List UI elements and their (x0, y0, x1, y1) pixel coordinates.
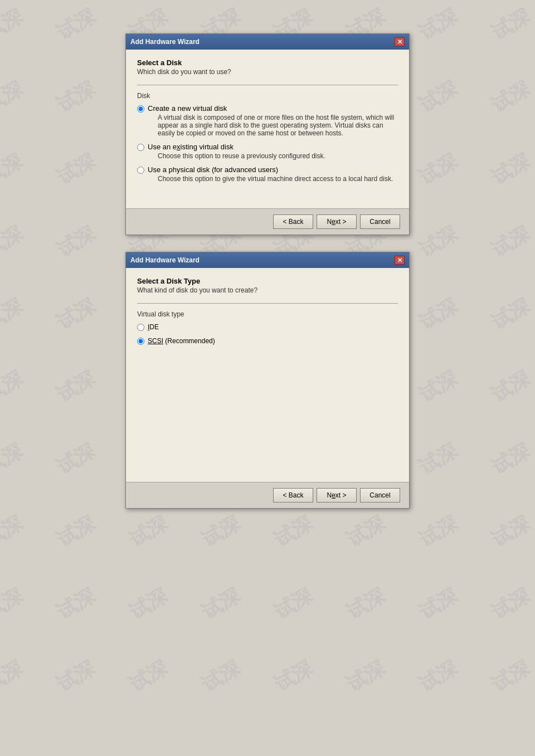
dialog1-body: Select a Disk Which disk do you want to … (126, 50, 409, 197)
watermark-text: 试深 (52, 655, 100, 698)
watermark-text: 试深 (197, 655, 245, 698)
watermark-text: 试深 (487, 582, 535, 626)
watermark-text: 试深 (342, 582, 390, 626)
ide-label-text: IDE (148, 323, 159, 331)
option-existing-title: Use an existing virtual disk (148, 143, 234, 151)
watermark-text: 试深 (52, 510, 100, 553)
dialog2-title: Add Hardware Wizard (130, 256, 200, 264)
option-new-virtual-title: Create a new virtual disk (148, 104, 227, 113)
watermark-text: 试深 (414, 582, 463, 626)
dialog1-section-subtitle: Which disk do you want to use? (137, 68, 398, 76)
watermark-text: 试深 (342, 510, 390, 553)
watermark-text: 试深 (269, 582, 318, 626)
radio-physical-disk-content: Use a physical disk (for advanced users)… (148, 165, 393, 183)
select-disk-type-dialog: Add Hardware Wizard ✕ Select a Disk Type… (125, 252, 410, 509)
radio-scsi-label[interactable]: SCSI (Recommended) (148, 336, 215, 345)
dialog1-title: Add Hardware Wizard (130, 38, 200, 46)
watermark-text: 试深 (0, 582, 27, 626)
dialog2-body: Select a Disk Type What kind of disk do … (126, 268, 409, 471)
radio-new-virtual[interactable] (137, 105, 144, 113)
dialog2-button-bar: < Back Next > Cancel (126, 482, 409, 508)
dialog1-back-button[interactable]: < Back (273, 214, 313, 229)
radio-existing-virtual-label[interactable]: Use an existing virtual disk (148, 143, 234, 151)
dialog2-spacer (137, 350, 398, 462)
dialog1-section-title: Select a Disk (137, 58, 398, 67)
radio-option-existing-virtual: Use an existing virtual disk Choose this… (137, 143, 398, 160)
dialog1-group-label: Disk (137, 92, 398, 100)
watermark-text: 试深 (0, 655, 27, 698)
watermark-text: 试深 (0, 510, 27, 553)
watermark-text: 试深 (269, 655, 318, 698)
dialog2-back-button[interactable]: < Back (273, 488, 313, 503)
option-existing-description: Choose this option to reuse a previously… (158, 152, 325, 160)
radio-existing-virtual[interactable] (137, 144, 144, 151)
dialog2-close-button[interactable]: ✕ (395, 256, 405, 265)
option-physical-description: Choose this option to give the virtual m… (158, 175, 393, 183)
dialog1-close-button[interactable]: ✕ (395, 37, 405, 46)
watermark-text: 试深 (124, 582, 173, 626)
select-disk-dialog: Add Hardware Wizard ✕ Select a Disk Whic… (125, 33, 410, 235)
radio-option-ide: IDE (137, 323, 398, 331)
radio-existing-virtual-content: Use an existing virtual disk Choose this… (148, 143, 325, 160)
scsi-label-text: SCSI (Recommended) (148, 337, 215, 345)
dialog1-cancel-button[interactable]: Cancel (360, 214, 400, 229)
option-physical-title: Use a physical disk (for advanced users) (148, 165, 278, 174)
radio-physical-disk-label[interactable]: Use a physical disk (for advanced users) (148, 165, 278, 174)
watermark-text: 试深 (414, 510, 463, 553)
watermark-text: 试深 (197, 510, 245, 553)
watermark-text: 试深 (487, 510, 535, 553)
radio-new-virtual-content: Create a new virtual disk A virtual disk… (148, 104, 398, 137)
watermark-text: 试深 (269, 510, 318, 553)
dialog1-titlebar: Add Hardware Wizard ✕ (126, 34, 409, 50)
dialog2-next-button[interactable]: Next > (317, 488, 357, 503)
watermark-text: 试深 (487, 655, 535, 698)
watermark-text: 试深 (124, 510, 173, 553)
radio-new-virtual-label[interactable]: Create a new virtual disk (148, 104, 227, 113)
radio-option-new-virtual: Create a new virtual disk A virtual disk… (137, 104, 398, 137)
dialog2-section-title: Select a Disk Type (137, 277, 398, 285)
dialog1-divider (137, 85, 398, 85)
dialog2-titlebar: Add Hardware Wizard ✕ (126, 252, 409, 268)
watermark-text: 试深 (52, 582, 100, 626)
watermark-text: 试深 (414, 655, 463, 698)
dialog2-cancel-button[interactable]: Cancel (360, 488, 400, 503)
dialog1-next-button[interactable]: Next > (317, 214, 357, 229)
watermark-text: 试深 (197, 582, 245, 626)
radio-option-scsi: SCSI (Recommended) (137, 336, 398, 345)
dialog1-button-bar: < Back Next > Cancel (126, 208, 409, 235)
radio-physical-disk[interactable] (137, 167, 144, 174)
radio-ide[interactable] (137, 324, 144, 331)
option-new-virtual-description: A virtual disk is composed of one or mor… (158, 114, 398, 137)
watermark-text: 试深 (124, 655, 173, 698)
watermark-text: 试深 (342, 655, 390, 698)
dialog2-divider (137, 303, 398, 304)
dialog2-section-subtitle: What kind of disk do you want to create? (137, 286, 398, 294)
dialog2-group-label: Virtual disk type (137, 310, 398, 318)
radio-option-physical-disk: Use a physical disk (for advanced users)… (137, 165, 398, 183)
radio-ide-label[interactable]: IDE (148, 323, 159, 331)
dialogs-container: Add Hardware Wizard ✕ Select a Disk Whic… (0, 0, 535, 509)
radio-scsi[interactable] (137, 338, 144, 345)
